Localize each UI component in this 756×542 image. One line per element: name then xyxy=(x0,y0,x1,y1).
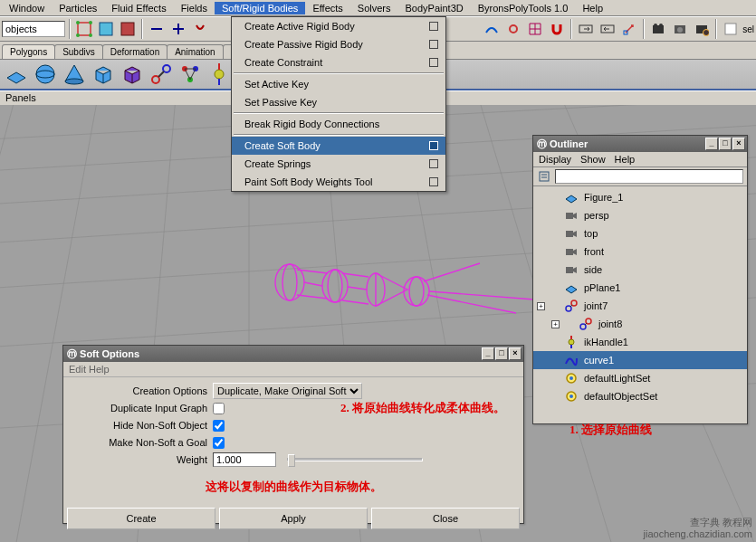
menu-item-create-soft-body[interactable]: Create Soft Body xyxy=(232,137,445,155)
input-icon[interactable] xyxy=(576,19,596,39)
joint-icon[interactable] xyxy=(148,62,174,87)
shelf-tab-polygons[interactable]: Polygons xyxy=(2,44,55,59)
outliner-menu-help[interactable]: Help xyxy=(615,154,636,165)
curve-icon xyxy=(564,353,579,367)
creation-options-select[interactable]: Duplicate, Make Original Soft xyxy=(213,383,362,399)
menu-help[interactable]: Help xyxy=(575,2,610,14)
snap-grid-icon[interactable] xyxy=(525,19,545,39)
menu-item-paint-soft-body-weights-tool[interactable]: Paint Soft Body Weights Tool xyxy=(232,173,445,191)
option-box-icon[interactable] xyxy=(429,141,438,150)
outliner-node-joint7[interactable]: +joint7 xyxy=(533,297,747,315)
soft-options-titlebar[interactable]: ⓜ Soft Options _ □ × xyxy=(63,346,523,362)
hide-nonsoft-checkbox[interactable] xyxy=(213,420,225,432)
outliner-filter-input[interactable] xyxy=(555,169,743,184)
skeleton-icon[interactable] xyxy=(177,62,203,87)
snap-point-icon[interactable] xyxy=(503,19,523,39)
close-button-action[interactable]: Close xyxy=(371,508,520,529)
nurbs-cube-icon[interactable] xyxy=(91,62,116,87)
poly-cube-icon[interactable] xyxy=(120,62,145,87)
output-icon[interactable] xyxy=(598,19,617,39)
outliner-node-joint8[interactable]: +joint8 xyxy=(533,315,747,333)
menu-bodypaint3d[interactable]: BodyPaint3D xyxy=(398,2,471,14)
menu-effects[interactable]: Effects xyxy=(305,2,349,14)
menu-item-set-passive-key[interactable]: Set Passive Key xyxy=(232,93,445,111)
maximize-button[interactable]: □ xyxy=(495,347,508,360)
expand-icon[interactable]: + xyxy=(551,320,560,328)
outliner-menu-show[interactable]: Show xyxy=(580,154,606,165)
svg-marker-71 xyxy=(566,286,577,293)
nurbs-cone-icon[interactable] xyxy=(62,62,87,87)
menu-solvers[interactable]: Solvers xyxy=(350,2,398,14)
svg-point-57 xyxy=(409,277,424,306)
menu-item-create-constraint[interactable]: Create Constraint xyxy=(232,53,445,71)
filter-icon[interactable] xyxy=(537,169,551,184)
sel-mode-b-icon[interactable] xyxy=(168,19,188,39)
svg-marker-70 xyxy=(573,267,577,273)
render-globals-icon[interactable] xyxy=(692,19,712,39)
menu-item-create-springs[interactable]: Create Springs xyxy=(232,155,445,173)
sel-face-icon[interactable] xyxy=(118,19,138,39)
close-button[interactable]: × xyxy=(509,347,522,360)
render-icon[interactable] xyxy=(648,19,668,39)
construct-icon[interactable] xyxy=(619,19,639,39)
outliner-node-persp[interactable]: persp xyxy=(533,206,747,224)
sel-vertex-icon[interactable] xyxy=(74,19,94,39)
weight-slider[interactable] xyxy=(287,458,423,461)
minimize-button[interactable]: _ xyxy=(705,138,718,150)
menu-fluid-effects[interactable]: Fluid Effects xyxy=(104,2,173,14)
shelf-tab-subdivs[interactable]: Subdivs xyxy=(54,44,103,59)
menu-item-create-active-rigid-body[interactable]: Create Active Rigid Body xyxy=(232,17,445,35)
menu-item-set-active-key[interactable]: Set Active Key xyxy=(232,75,445,93)
ik-icon[interactable] xyxy=(206,62,232,87)
outliner-node-top[interactable]: top xyxy=(533,224,747,242)
sel-mode-c-icon[interactable] xyxy=(190,19,210,39)
outliner-titlebar[interactable]: ⓜ Outliner _ □ × xyxy=(533,136,747,152)
goal-checkbox[interactable] xyxy=(213,437,225,449)
outliner-node-pplane1[interactable]: pPlane1 xyxy=(533,279,747,297)
outliner-node-side[interactable]: side xyxy=(533,261,747,279)
field-a-icon[interactable] xyxy=(721,19,741,39)
sel-mode-a-icon[interactable] xyxy=(147,19,167,39)
outliner-node-curve1[interactable]: curve1 xyxy=(533,351,747,369)
dup-graph-checkbox[interactable] xyxy=(213,403,225,414)
selection-mode-field[interactable] xyxy=(2,21,65,37)
cam-icon xyxy=(564,244,579,259)
option-box-icon[interactable] xyxy=(429,159,438,168)
ipr-icon[interactable] xyxy=(670,19,690,39)
outliner-tree[interactable]: Figure_1persptopfrontsidepPlane1+joint7+… xyxy=(533,186,747,411)
outliner-node-defaultobjectset[interactable]: defaultObjectSet xyxy=(533,387,747,405)
nurbs-sphere-icon[interactable] xyxy=(33,62,58,87)
panels-label[interactable]: Panels xyxy=(5,92,36,103)
outliner-node-ikhandle1[interactable]: ikHandle1 xyxy=(533,333,747,351)
apply-button[interactable]: Apply xyxy=(219,508,368,529)
menu-item-create-passive-rigid-body[interactable]: Create Passive Rigid Body xyxy=(232,35,445,53)
create-button[interactable]: Create xyxy=(67,508,215,529)
surface-icon xyxy=(564,281,579,295)
maximize-button[interactable]: □ xyxy=(719,138,732,150)
weight-label: Weight xyxy=(72,454,213,465)
sel-edge-icon[interactable] xyxy=(96,19,116,39)
outliner-node-front[interactable]: front xyxy=(533,242,747,261)
outliner-node-defaultlightset[interactable]: defaultLightSet xyxy=(533,369,747,387)
expand-icon[interactable]: + xyxy=(537,302,545,310)
magnet-icon[interactable] xyxy=(547,19,567,39)
menu-fields[interactable]: Fields xyxy=(174,2,215,14)
outliner-node-figure_1[interactable]: Figure_1 xyxy=(533,188,747,206)
menu-particles[interactable]: Particles xyxy=(52,2,104,14)
menu-item-break-rigid-body-connections[interactable]: Break Rigid Body Connections xyxy=(232,115,445,133)
menu-byronspolytools-1-0[interactable]: ByronsPolyTools 1.0 xyxy=(471,2,576,14)
menu-soft-rigid-bodies[interactable]: Soft/Rigid Bodies xyxy=(215,2,305,14)
option-box-icon[interactable] xyxy=(429,40,438,49)
option-box-icon[interactable] xyxy=(429,22,438,31)
snap-curve-icon[interactable] xyxy=(482,19,502,39)
outliner-menu-display[interactable]: Display xyxy=(539,154,571,165)
close-button[interactable]: × xyxy=(732,138,745,150)
minimize-button[interactable]: _ xyxy=(482,347,494,360)
weight-field[interactable] xyxy=(213,452,276,467)
option-box-icon[interactable] xyxy=(429,58,438,67)
shelf-tab-animation[interactable]: Animation xyxy=(167,44,223,59)
menu-window[interactable]: Window xyxy=(2,2,52,14)
nurbs-plane-icon[interactable] xyxy=(4,62,29,87)
shelf-tab-deformation[interactable]: Deformation xyxy=(102,44,167,59)
option-box-icon[interactable] xyxy=(429,177,438,186)
